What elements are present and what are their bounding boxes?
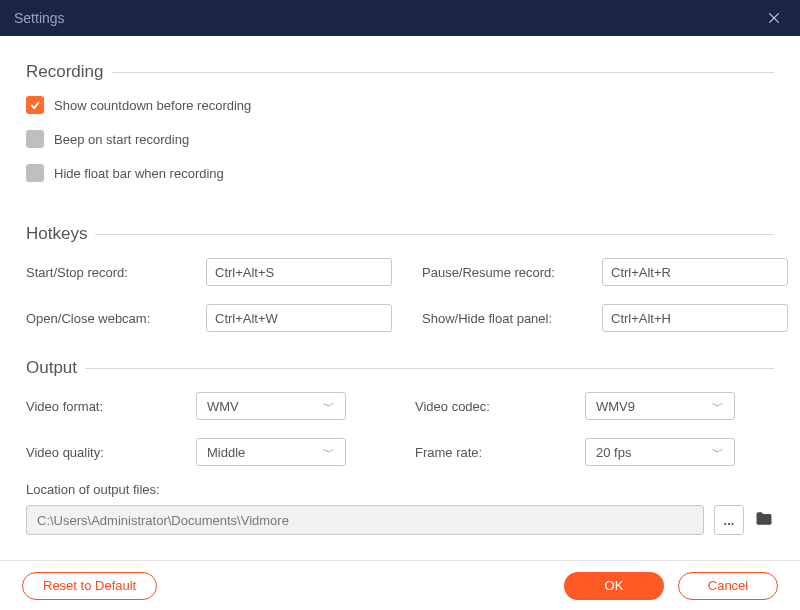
- section-header-recording: Recording: [26, 62, 774, 82]
- section-header-hotkeys: Hotkeys: [26, 224, 774, 244]
- checkbox-countdown[interactable]: [26, 96, 44, 114]
- select-value: WMV9: [596, 399, 635, 414]
- select-value: 20 fps: [596, 445, 631, 460]
- titlebar: Settings: [0, 0, 800, 36]
- section-title: Recording: [26, 62, 112, 82]
- dialog-footer: Reset to Default OK Cancel: [0, 560, 800, 610]
- select-frame-rate[interactable]: 20 fps ﹀: [585, 438, 735, 466]
- checkbox-beep[interactable]: [26, 130, 44, 148]
- section-header-output: Output: [26, 358, 774, 378]
- window-title: Settings: [14, 10, 65, 26]
- select-value: Middle: [207, 445, 245, 460]
- video-codec-field: Video codec: WMV9 ﹀: [415, 392, 774, 420]
- field-label: Video quality:: [26, 445, 196, 460]
- hotkeys-grid: Start/Stop record: Pause/Resume record: …: [26, 258, 774, 332]
- select-video-codec[interactable]: WMV9 ﹀: [585, 392, 735, 420]
- open-folder-icon[interactable]: [754, 509, 774, 532]
- select-video-quality[interactable]: Middle ﹀: [196, 438, 346, 466]
- video-quality-field: Video quality: Middle ﹀: [26, 438, 385, 466]
- hotkey-input-pause-resume[interactable]: [602, 258, 788, 286]
- field-label: Frame rate:: [415, 445, 585, 460]
- checkbox-label: Show countdown before recording: [54, 98, 251, 113]
- close-icon[interactable]: [762, 6, 786, 30]
- location-row: C:\Users\Administrator\Documents\Vidmore…: [26, 505, 774, 535]
- section-title: Hotkeys: [26, 224, 95, 244]
- field-label: Start/Stop record:: [26, 265, 206, 280]
- select-video-format[interactable]: WMV ﹀: [196, 392, 346, 420]
- output-grid: Video format: WMV ﹀ Video codec: WMV9 ﹀ …: [26, 392, 774, 466]
- select-value: WMV: [207, 399, 239, 414]
- hotkey-input-floatpanel[interactable]: [602, 304, 788, 332]
- chevron-down-icon: ﹀: [323, 398, 335, 415]
- reset-to-default-button[interactable]: Reset to Default: [22, 572, 157, 600]
- field-label: Open/Close webcam:: [26, 311, 206, 326]
- frame-rate-field: Frame rate: 20 fps ﹀: [415, 438, 774, 466]
- field-label: Show/Hide float panel:: [422, 311, 602, 326]
- location-label: Location of output files:: [26, 482, 774, 497]
- hotkey-input-start-stop[interactable]: [206, 258, 392, 286]
- hotkey-webcam: Open/Close webcam:: [26, 304, 392, 332]
- location-input[interactable]: C:\Users\Administrator\Documents\Vidmore: [26, 505, 704, 535]
- option-hidefloat[interactable]: Hide float bar when recording: [26, 164, 774, 182]
- field-label: Video format:: [26, 399, 196, 414]
- location-value: C:\Users\Administrator\Documents\Vidmore: [37, 513, 289, 528]
- option-countdown[interactable]: Show countdown before recording: [26, 96, 774, 114]
- field-label: Pause/Resume record:: [422, 265, 602, 280]
- hotkey-floatpanel: Show/Hide float panel:: [422, 304, 788, 332]
- checkbox-label: Hide float bar when recording: [54, 166, 224, 181]
- browse-button[interactable]: ...: [714, 505, 744, 535]
- video-format-field: Video format: WMV ﹀: [26, 392, 385, 420]
- section-title: Output: [26, 358, 85, 378]
- cancel-button[interactable]: Cancel: [678, 572, 778, 600]
- checkbox-hidefloat[interactable]: [26, 164, 44, 182]
- hotkey-pause-resume: Pause/Resume record:: [422, 258, 788, 286]
- option-beep[interactable]: Beep on start recording: [26, 130, 774, 148]
- chevron-down-icon: ﹀: [712, 444, 724, 461]
- hotkey-start-stop: Start/Stop record:: [26, 258, 392, 286]
- ellipsis-icon: ...: [724, 513, 735, 528]
- chevron-down-icon: ﹀: [712, 398, 724, 415]
- settings-body: Recording Show countdown before recordin…: [0, 36, 800, 560]
- field-label: Video codec:: [415, 399, 585, 414]
- hotkey-input-webcam[interactable]: [206, 304, 392, 332]
- ok-button[interactable]: OK: [564, 572, 664, 600]
- chevron-down-icon: ﹀: [323, 444, 335, 461]
- checkbox-label: Beep on start recording: [54, 132, 189, 147]
